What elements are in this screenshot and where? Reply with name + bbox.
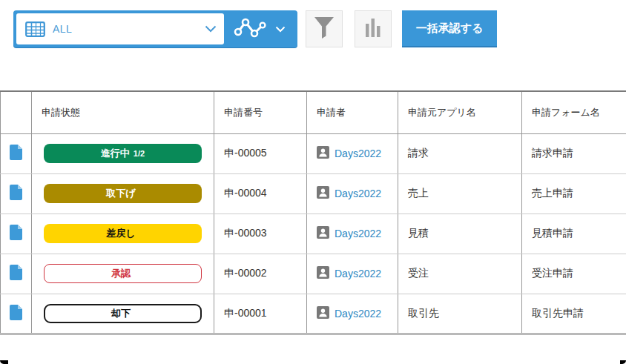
applicant-cell: Days2022: [307, 294, 398, 334]
table-row: 却下 申-00001 Days2022: [1, 294, 626, 334]
status-label: 差戻し: [106, 228, 135, 239]
source-app-cell: 売上: [398, 173, 522, 214]
request-number-cell: 申-00004: [214, 173, 307, 214]
status-badge[interactable]: 進行中1/2: [44, 144, 202, 163]
record-icon-cell[interactable]: [1, 173, 32, 214]
records-table: 申請状態 申請番号 申請者 申請元アプリ名 申請フォーム名: [0, 90, 626, 335]
source-app-cell: 請求: [398, 133, 522, 173]
applicant-link[interactable]: Days2022: [335, 308, 381, 320]
document-icon: [10, 150, 22, 162]
applicant-link[interactable]: Days2022: [335, 148, 381, 159]
filter-button[interactable]: [306, 10, 343, 47]
table-view-icon: [25, 21, 45, 37]
applicant-link[interactable]: Days2022: [335, 188, 381, 199]
applicant-link[interactable]: Days2022: [335, 268, 381, 279]
document-icon: [10, 311, 22, 322]
status-step-count: 1/2: [134, 149, 145, 158]
table-row: 承認 申-00002 Days2022: [1, 254, 626, 294]
table-row: 取下げ 申-00004 Days2022: [1, 173, 626, 214]
record-icon-cell[interactable]: [1, 294, 32, 334]
header-number: 申請番号: [214, 91, 307, 133]
status-badge[interactable]: 承認: [44, 264, 202, 283]
records-table-wrap: 申請状態 申請番号 申請者 申請元アプリ名 申請フォーム名: [0, 90, 626, 335]
form-name-cell: 受注申請: [522, 254, 626, 294]
chevron-down-icon: [205, 22, 217, 36]
header-row: 申請状態 申請番号 申請者 申請元アプリ名 申請フォーム名: [1, 91, 626, 133]
document-icon: [10, 271, 22, 282]
bulk-approve-button[interactable]: 一括承認する: [402, 10, 497, 47]
request-number-cell: 申-00005: [214, 133, 307, 173]
view-selector: ALL: [13, 10, 297, 47]
request-number-cell: 申-00001: [214, 294, 307, 334]
bar-chart-icon: [364, 18, 382, 40]
status-label: 承認: [111, 268, 131, 279]
toolbar: ALL: [13, 10, 497, 47]
app-window: ALL: [0, 0, 626, 364]
user-icon: [317, 266, 329, 281]
record-icon-cell[interactable]: [1, 133, 32, 173]
record-icon-cell[interactable]: [1, 254, 32, 294]
source-app-cell: 受注: [398, 254, 522, 294]
applicant-cell: Days2022: [307, 133, 398, 173]
header-applicant: 申請者: [307, 91, 398, 133]
status-badge[interactable]: 差戻し: [44, 224, 202, 243]
funnel-icon: [313, 16, 335, 43]
form-name-cell: 見積申請: [522, 214, 626, 254]
document-icon: [10, 231, 22, 242]
status-badge[interactable]: 取下げ: [44, 184, 202, 203]
header-status: 申請状態: [32, 91, 214, 133]
applicant-cell: Days2022: [307, 254, 398, 294]
status-label: 進行中: [101, 148, 130, 159]
graph-view-toggle[interactable]: [224, 13, 294, 44]
header-form-name: 申請フォーム名: [522, 91, 626, 133]
chevron-down-icon: [275, 22, 286, 36]
view-dropdown[interactable]: ALL: [16, 13, 224, 44]
applicant-cell: Days2022: [307, 173, 398, 214]
document-icon: [10, 191, 22, 202]
source-app-cell: 取引先: [398, 294, 522, 334]
table-row: 進行中1/2 申-00005 Days2: [1, 133, 626, 173]
table-row: 差戻し 申-00003 Days2022: [1, 214, 626, 254]
status-label: 取下げ: [106, 188, 135, 199]
form-name-cell: 売上申請: [522, 173, 626, 214]
applicant-cell: Days2022: [307, 214, 398, 254]
record-icon-cell[interactable]: [1, 214, 32, 254]
user-icon: [317, 186, 329, 201]
window-frame-corner-left: [0, 360, 8, 364]
window-frame-corner-right: [620, 360, 626, 364]
header-icon-col: [1, 91, 32, 133]
form-name-cell: 取引先申請: [522, 294, 626, 334]
status-label: 却下: [111, 308, 131, 319]
form-name-cell: 請求申請: [522, 133, 626, 173]
header-source-app: 申請元アプリ名: [398, 91, 522, 133]
request-number-cell: 申-00002: [214, 254, 307, 294]
user-icon: [317, 306, 329, 321]
source-app-cell: 見積: [398, 214, 522, 254]
view-selected-label: ALL: [53, 23, 205, 35]
user-icon: [317, 226, 329, 241]
request-number-cell: 申-00003: [214, 214, 307, 254]
user-icon: [317, 146, 329, 161]
applicant-link[interactable]: Days2022: [335, 228, 381, 239]
chart-button[interactable]: [355, 10, 392, 47]
line-chart-icon: [234, 16, 268, 42]
status-badge[interactable]: 却下: [44, 304, 202, 323]
